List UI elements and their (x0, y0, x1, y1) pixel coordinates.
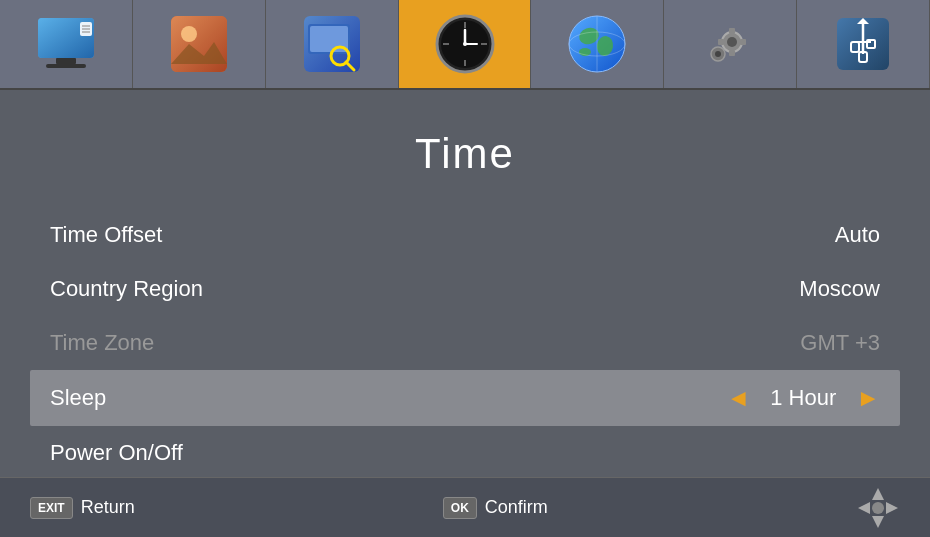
settings-list: Time OffsetAutoCountry RegionMoscowTime … (30, 208, 900, 480)
settings-row-sleep[interactable]: Sleep◄1 Hour► (30, 370, 900, 426)
svg-marker-51 (886, 502, 898, 514)
svg-point-10 (181, 26, 197, 42)
settings-row-time-zone[interactable]: Time ZoneGMT +3 (30, 316, 900, 370)
photos-icon (169, 14, 229, 74)
svg-point-25 (463, 42, 467, 46)
nav-item-globe[interactable] (531, 0, 664, 88)
svg-rect-36 (729, 50, 735, 56)
row-value-time-offset: Auto (835, 222, 880, 248)
ok-button[interactable]: OK Confirm (443, 497, 548, 519)
globe-icon (567, 14, 627, 74)
svg-rect-6 (56, 58, 76, 64)
value-text-country-region: Moscow (799, 276, 880, 302)
nav-item-search-tv[interactable] (266, 0, 399, 88)
value-text-sleep: 1 Hour (770, 385, 836, 411)
svg-point-34 (727, 37, 737, 47)
row-label-sleep: Sleep (50, 385, 726, 411)
exit-badge: EXIT (30, 497, 73, 519)
ok-badge: OK (443, 497, 477, 519)
settings-icon (700, 14, 760, 74)
svg-marker-48 (872, 488, 884, 500)
row-value-sleep: ◄1 Hour► (726, 384, 880, 412)
nav-item-settings[interactable] (664, 0, 797, 88)
settings-row-country-region[interactable]: Country RegionMoscow (30, 262, 900, 316)
arrow-right-sleep[interactable]: ► (856, 384, 880, 412)
settings-row-power-onoff[interactable]: Power On/Off (30, 426, 900, 480)
main-content: Time Time OffsetAutoCountry RegionMoscow… (0, 90, 930, 500)
row-label-power-onoff: Power On/Off (50, 440, 880, 466)
nav-item-photos[interactable] (133, 0, 266, 88)
svg-point-52 (872, 502, 884, 514)
nav-item-desktop[interactable] (0, 0, 133, 88)
clock-icon (435, 14, 495, 74)
row-value-time-zone: GMT +3 (800, 330, 880, 356)
svg-marker-50 (858, 502, 870, 514)
row-label-country-region: Country Region (50, 276, 799, 302)
svg-rect-35 (729, 28, 735, 34)
value-text-time-zone: GMT +3 (800, 330, 880, 356)
arrow-left-sleep[interactable]: ◄ (726, 384, 750, 412)
row-label-time-offset: Time Offset (50, 222, 835, 248)
search-tv-icon (302, 14, 362, 74)
nav-item-clock[interactable] (399, 0, 532, 88)
row-label-time-zone: Time Zone (50, 330, 800, 356)
page-title: Time (30, 130, 900, 178)
nav-item-usb[interactable] (797, 0, 930, 88)
usb-icon (833, 14, 893, 74)
exit-button[interactable]: EXIT Return (30, 497, 135, 519)
dpad-icon (856, 486, 900, 530)
svg-marker-49 (872, 516, 884, 528)
desktop-icon (36, 14, 96, 74)
bottom-bar: EXIT Return OK Confirm (0, 477, 930, 537)
row-value-country-region: Moscow (799, 276, 880, 302)
svg-rect-7 (46, 64, 86, 68)
ok-label: Confirm (485, 497, 548, 518)
exit-label: Return (81, 497, 135, 518)
svg-point-40 (715, 51, 721, 57)
svg-rect-38 (740, 39, 746, 45)
top-nav (0, 0, 930, 90)
value-text-time-offset: Auto (835, 222, 880, 248)
settings-row-time-offset[interactable]: Time OffsetAuto (30, 208, 900, 262)
svg-rect-37 (718, 39, 724, 45)
